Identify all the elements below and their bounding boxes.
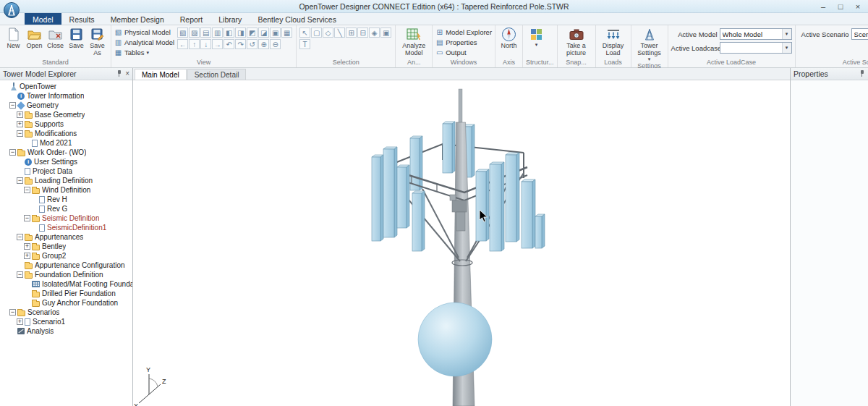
doc-tab-section-detail[interactable]: Section Detail [187, 69, 247, 80]
expand-icon[interactable]: + [24, 243, 30, 250]
tree-item-appurtenances[interactable]: −Appurtenances [0, 232, 132, 242]
tree-item-modifications[interactable]: −Modifications [0, 129, 132, 138]
active-scenario-select[interactable]: Scenario1 ▾ [851, 28, 868, 40]
view-iso-se-icon[interactable]: ▣ [270, 28, 281, 38]
maximize-button[interactable]: □ [832, 0, 849, 13]
collapse-icon[interactable]: − [24, 215, 30, 221]
view-iso-sw-icon[interactable]: ▦ [281, 28, 292, 38]
tree-item-isolated-mat-footing-foundation[interactable]: Isolated/Mat Footing Foundation [0, 279, 132, 289]
tower-3d-model[interactable]: Y X Z [133, 80, 790, 406]
tree-item-foundation-definition[interactable]: −Foundation Definition [0, 270, 132, 279]
menu-tab-bentley-cloud-services[interactable]: Bentley Cloud Services [250, 13, 344, 25]
select-line-icon[interactable]: ╲ [334, 28, 345, 38]
view-left-icon[interactable]: ◧ [224, 28, 234, 38]
view-iso-ne-icon[interactable]: ◩ [247, 28, 258, 38]
rotate-ccw-icon[interactable]: ↶ [224, 39, 234, 49]
tree-item-seismicdefinition1[interactable]: SeismicDefinition1 [0, 223, 132, 232]
viewport-3d[interactable]: Y X Z [133, 80, 790, 406]
expand-icon[interactable]: + [17, 121, 23, 127]
analyze-model-button[interactable]: Analyze Model [399, 26, 429, 57]
active-loadcase-select[interactable]: ▾ [720, 42, 792, 54]
spin-view-icon[interactable]: ↺ [247, 39, 258, 49]
structural-grid-button[interactable]: ▾ [526, 26, 547, 47]
tree-item-drilled-pier-foundation[interactable]: Drilled Pier Foundation [0, 289, 132, 298]
collapse-icon[interactable]: − [9, 309, 16, 316]
new-button[interactable]: New [3, 26, 24, 50]
select-add-icon[interactable]: ⊞ [346, 28, 357, 38]
tree-item-rev-g[interactable]: Rev G [0, 204, 132, 213]
close-button[interactable]: × [849, 0, 867, 13]
tree-item-analysis[interactable]: Analysis [0, 326, 132, 336]
view-bottom-icon[interactable]: ▨ [189, 28, 200, 38]
tree-item-appurtenance-configuration[interactable]: Appurtenance Configuration [0, 261, 132, 270]
menu-tab-library[interactable]: Library [210, 13, 250, 25]
select-text-icon[interactable]: T [299, 39, 310, 49]
open-button[interactable]: Open [24, 26, 45, 50]
physical-model-toggle[interactable]: ▧ Physical Model [114, 28, 174, 37]
take-picture-button[interactable]: Take a picture [561, 26, 592, 57]
collapse-icon[interactable]: − [17, 234, 23, 240]
tree-item-group2[interactable]: +Group2 [0, 251, 132, 261]
tree-item-opentower[interactable]: OpenTower [0, 82, 132, 91]
tree-item-scenario1[interactable]: +Scenario1 [0, 317, 132, 326]
pan-right-icon[interactable]: → [212, 39, 223, 49]
save-button[interactable]: Save [66, 26, 87, 50]
tree-item-tower-information[interactable]: Tower Information [0, 91, 132, 101]
tables-dropdown[interactable]: ▦ Tables ▾ [114, 48, 174, 57]
collapse-icon[interactable]: − [24, 187, 30, 193]
select-cursor-icon[interactable]: ↖ [299, 28, 310, 38]
tree-item-guy-anchor-foundation[interactable]: Guy Anchor Foundation [0, 298, 132, 308]
model-explorer-toggle[interactable]: ⊞ Model Explorer [435, 28, 492, 37]
output-toggle[interactable]: ▭ Output [435, 48, 492, 57]
collapse-icon[interactable]: − [17, 177, 23, 184]
chevron-down-icon[interactable]: ▾ [782, 29, 791, 39]
tree-item-user-settings[interactable]: User Settings [0, 157, 132, 166]
select-all-icon[interactable]: ▣ [380, 28, 391, 38]
tree-item-mod-2021[interactable]: Mod 2021 [0, 138, 132, 148]
collapse-icon[interactable]: − [17, 130, 23, 137]
expand-icon[interactable]: + [24, 253, 30, 259]
tree-item-scenarios[interactable]: −Scenarios [0, 308, 132, 317]
select-invert-icon[interactable]: ◈ [369, 28, 380, 38]
tree-item-seismic-definition[interactable]: −Seismic Definition [0, 213, 132, 223]
tower-settings-button[interactable]: Tower Settings ▾ [634, 26, 665, 62]
display-load-button[interactable]: Display Load [599, 26, 628, 57]
view-iso-nw-icon[interactable]: ◪ [258, 28, 269, 38]
select-polygon-icon[interactable]: ◇ [323, 28, 333, 38]
menu-tab-report[interactable]: Report [172, 13, 211, 25]
save-as-button[interactable]: Save As [87, 26, 108, 57]
pan-down-icon[interactable]: ↓ [200, 39, 211, 49]
view-back-icon[interactable]: ▥ [212, 28, 223, 38]
tree-item-bentley[interactable]: +Bentley [0, 242, 132, 251]
pin-icon[interactable] [859, 70, 865, 77]
close-file-button[interactable]: Close [45, 26, 66, 50]
menu-tab-member-design[interactable]: Member Design [103, 13, 172, 25]
view-right-icon[interactable]: ◨ [235, 28, 246, 38]
pan-left-icon[interactable]: ← [177, 39, 188, 49]
doc-tab-main-model[interactable]: Main Model [135, 69, 187, 80]
close-panel-icon[interactable]: × [125, 70, 129, 77]
expand-icon[interactable]: + [17, 111, 23, 118]
north-button[interactable]: North [498, 26, 519, 50]
minimize-button[interactable]: – [814, 0, 832, 13]
tree-item-loading-definition[interactable]: −Loading Definition [0, 176, 132, 185]
tree-item-rev-h[interactable]: Rev H [0, 195, 132, 204]
select-window-icon[interactable]: ▢ [311, 28, 322, 38]
collapse-icon[interactable]: − [9, 102, 16, 109]
tree-item-base-geometry[interactable]: +Base Geometry [0, 110, 132, 119]
pan-up-icon[interactable]: ↑ [189, 39, 200, 49]
zoom-in-icon[interactable]: ⊕ [258, 39, 269, 49]
analytical-model-toggle[interactable]: ▥ Analytical Model [114, 38, 174, 47]
active-model-select[interactable]: Whole Model ▾ [720, 28, 792, 40]
app-logo-icon[interactable] [3, 1, 20, 20]
tree-item-supports[interactable]: +Supports [0, 119, 132, 129]
zoom-out-icon[interactable]: ⊖ [270, 39, 281, 49]
select-remove-icon[interactable]: ⊟ [357, 28, 368, 38]
collapse-icon[interactable]: − [9, 149, 16, 156]
menu-tab-results[interactable]: Results [61, 13, 103, 25]
expand-icon[interactable]: + [17, 318, 23, 325]
tree-item-wind-definition[interactable]: −Wind Definition [0, 185, 132, 195]
view-top-icon[interactable]: ▧ [177, 28, 188, 38]
collapse-icon[interactable]: − [17, 271, 23, 278]
tree-item-project-data[interactable]: Project Data [0, 166, 132, 176]
